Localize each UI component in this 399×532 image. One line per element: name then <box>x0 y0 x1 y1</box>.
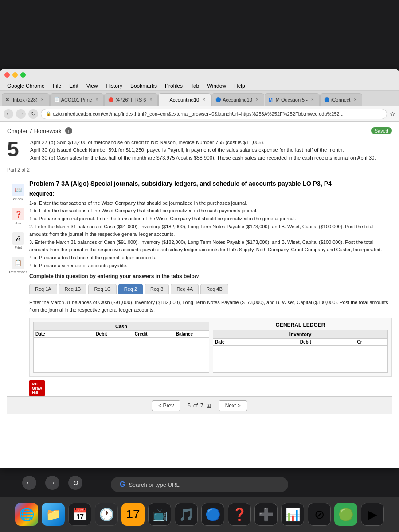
menu-profiles[interactable]: Profiles <box>161 82 186 90</box>
chapter-title: Chapter 7 Homework <box>7 128 62 134</box>
search-input[interactable]: Search or type URL <box>129 481 279 488</box>
problem-number: 5 <box>7 139 25 162</box>
dock-17[interactable]: 17 <box>121 503 145 526</box>
taskbar: 🌐 📁 📅 🕐 17 📺 🎵 🔵 ❓ ➕ 📊 ⊘ 🟢 ▶ <box>0 497 399 532</box>
sidebar-ebook[interactable]: 📖 eBook <box>12 184 24 201</box>
tab-accounting2-close[interactable]: × <box>254 97 260 103</box>
sidebar-print[interactable]: 🖨 Print <box>12 232 24 250</box>
inventory-header-label: Inventory <box>289 332 312 337</box>
inventory-date-col: Date <box>215 340 278 344</box>
dock-clock[interactable]: 🕐 <box>95 503 118 526</box>
tab-req1b[interactable]: Req 1B <box>59 284 87 294</box>
desktop-back-btn[interactable]: ← <box>22 476 36 490</box>
dock-green[interactable]: 🟢 <box>334 503 357 526</box>
total-pages: 7 <box>200 403 203 409</box>
tab-ifrs-label: (4726) IFRS 6 <box>115 97 146 102</box>
req-1c: 1-c. Prepare a general journal. Enter th… <box>29 215 392 223</box>
dock-slash[interactable]: ⊘ <box>308 503 331 526</box>
tab-req3[interactable]: Req 3 <box>145 284 169 294</box>
print-label: Print <box>15 246 22 250</box>
dock-music[interactable]: 🎵 <box>175 503 198 526</box>
tab-bar: ✉ Inbox (228) × 📄 ACC101 Princ × 🔴 (4726… <box>0 91 399 106</box>
desktop-nav: ← → ↻ <box>22 476 82 490</box>
prev-button[interactable]: < Prev <box>152 400 180 411</box>
problem-statement-2: April 30 (a) Issued Check Number 591 for… <box>30 146 376 154</box>
tab-accounting-close[interactable]: × <box>201 97 207 103</box>
dock-help[interactable]: ❓ <box>228 503 251 526</box>
tab-iconnect-label: iConnect <box>331 97 350 102</box>
tab-iconnect[interactable]: 🔵 iConnect × <box>320 93 362 106</box>
content-with-sidebar: 📖 eBook ❓ Ask 🖨 Print 📋 References <box>7 180 392 396</box>
inventory-panel: Inventory Date Debit Cr <box>213 330 388 373</box>
chapter-header: Chapter 7 Homework i Saved <box>7 127 392 134</box>
req-1b: 1-b. Enter the transactions of the Wiset… <box>29 207 392 215</box>
of-label: of <box>193 403 198 409</box>
problem-statement-1: April 27 (b) Sold $13,400 of merchandise… <box>30 139 376 146</box>
tab-ifrs[interactable]: 🔴 (4726) IFRS 6 × <box>104 93 158 106</box>
acc101-favicon: 📄 <box>54 97 59 102</box>
cash-debit-col: Debit <box>82 332 120 336</box>
sidebar-ask[interactable]: ❓ Ask <box>12 208 24 225</box>
tab-ifrs-close[interactable]: × <box>148 97 154 103</box>
tab-req4b[interactable]: Req 4B <box>200 284 228 294</box>
menu-file[interactable]: File <box>49 82 65 90</box>
desktop-reload-btn[interactable]: ↻ <box>68 476 82 490</box>
sidebar-icons: 📖 eBook ❓ Ask 🖨 Print 📋 References <box>7 180 29 396</box>
url-bar[interactable]: 🔒 ezto.mheducation.com/ext/map/index.htm… <box>41 109 387 119</box>
dock-chart[interactable]: 📊 <box>281 503 304 526</box>
reload-button[interactable]: ↻ <box>28 109 38 119</box>
req-4a: 4-a. Prepare a trial balance of the gene… <box>29 254 392 262</box>
ask-label: Ask <box>15 221 21 225</box>
tab-acc101[interactable]: 📄 ACC101 Princ × <box>50 93 104 106</box>
tab-inbox[interactable]: ✉ Inbox (228) × <box>2 93 50 106</box>
tab-question5[interactable]: M M Question 5 - × <box>265 93 320 106</box>
dock-plus[interactable]: ➕ <box>254 503 278 526</box>
dock-calendar[interactable]: 📅 <box>68 503 91 526</box>
back-button[interactable]: ← <box>4 109 13 119</box>
print-icon: 🖨 <box>12 232 24 245</box>
menu-google-chrome[interactable]: Google Chrome <box>4 82 48 90</box>
dock-chrome[interactable]: 🌐 <box>15 503 38 526</box>
complete-instruction: Complete this question by entering your … <box>29 273 392 279</box>
cash-header-label: Cash <box>115 324 127 329</box>
tab-accounting-label: Accounting10 <box>169 97 199 102</box>
menu-tab[interactable]: Tab <box>187 82 203 90</box>
ask-icon: ❓ <box>12 208 24 220</box>
forward-button[interactable]: → <box>16 109 26 119</box>
tab-inbox-close[interactable]: × <box>39 97 46 103</box>
dock-app1[interactable]: 🔵 <box>201 503 224 526</box>
grid-icon[interactable]: ⊞ <box>206 402 211 409</box>
next-label: Next > <box>225 403 241 409</box>
menu-bookmarks[interactable]: Bookmarks <box>127 82 160 90</box>
tab-accounting2[interactable]: 🔵 Accounting10 × <box>211 93 264 106</box>
maximize-button[interactable] <box>20 72 26 78</box>
tab-req4a[interactable]: Req 4A <box>171 284 199 294</box>
bookmark-icon[interactable]: ☆ <box>390 110 395 117</box>
tab-accounting-active[interactable]: ≡ Accounting10 × <box>158 93 211 106</box>
tab-acc101-close[interactable]: × <box>94 97 100 103</box>
problem-statement-3: April 30 (b) Cash sales for the last hal… <box>30 154 376 162</box>
info-icon[interactable]: i <box>65 127 72 134</box>
dock-app2[interactable]: ▶ <box>361 503 384 526</box>
cash-balance-col: Balance <box>162 332 207 336</box>
tab-req1a[interactable]: Req 1A <box>29 284 57 294</box>
tab-question5-close[interactable]: × <box>309 97 316 103</box>
tab-req2[interactable]: Req 2 <box>118 284 143 294</box>
dock-tv[interactable]: 📺 <box>148 503 171 526</box>
menu-window[interactable]: Window <box>203 82 230 90</box>
menu-view[interactable]: View <box>83 82 102 90</box>
dock-finder[interactable]: 📁 <box>42 503 65 526</box>
cash-panel: Cash Date Debit Credit Balance <box>33 322 209 373</box>
tab-req1c[interactable]: Req 1C <box>88 284 116 294</box>
tab-iconnect-close[interactable]: × <box>352 97 358 103</box>
menu-history[interactable]: History <box>102 82 126 90</box>
general-ledger-label: GENERAL LEDGER <box>213 322 388 328</box>
sidebar-references[interactable]: 📋 References <box>9 257 27 274</box>
menu-help[interactable]: Help <box>231 82 249 90</box>
desktop-forward-btn[interactable]: → <box>45 476 59 490</box>
next-button[interactable]: Next > <box>219 400 247 411</box>
question-tabs: Req 1A Req 1B Req 1C Req 2 Req 3 Req 4A … <box>29 284 392 294</box>
minimize-button[interactable] <box>12 72 18 78</box>
close-button[interactable] <box>4 72 10 78</box>
menu-edit[interactable]: Edit <box>66 82 82 90</box>
